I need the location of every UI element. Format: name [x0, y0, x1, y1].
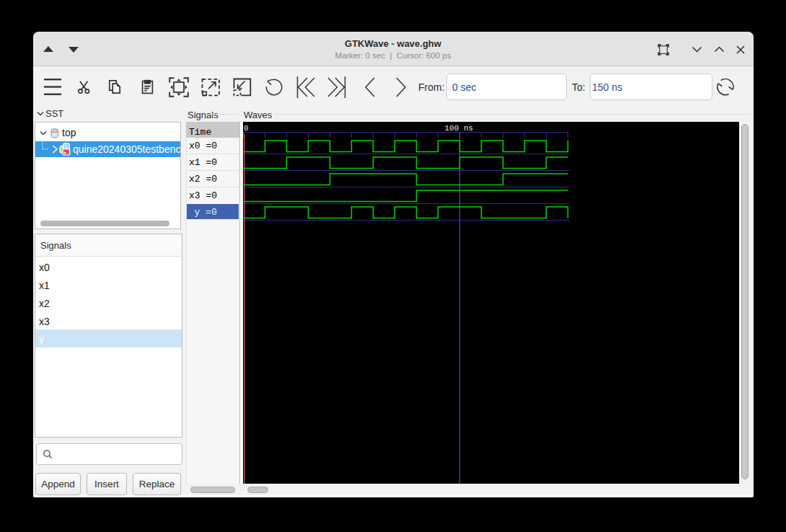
- svg-text:100 ns: 100 ns: [445, 124, 474, 133]
- svg-text:0: 0: [244, 124, 249, 133]
